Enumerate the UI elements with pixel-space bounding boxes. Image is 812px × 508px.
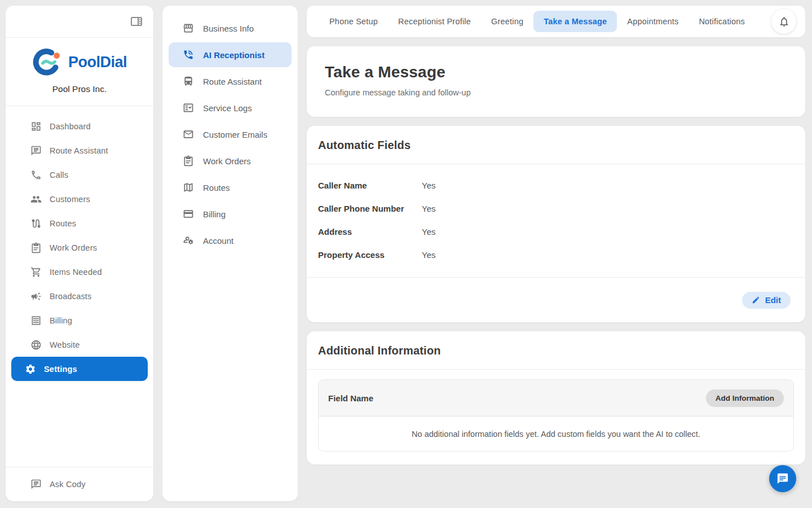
- sidebar-item-settings[interactable]: Settings: [11, 357, 148, 381]
- settings-item-label: Service Logs: [203, 103, 252, 113]
- sidebar-item-customers[interactable]: Customers: [11, 187, 148, 211]
- route-icon: [30, 218, 42, 229]
- column-header-field-name: Field Name: [328, 393, 373, 403]
- storefront-icon: [183, 23, 194, 34]
- primary-sidebar: PoolDial Pool Pros Inc. Dashboard Route …: [6, 6, 153, 501]
- field-value: Yes: [422, 204, 435, 213]
- sidebar-item-label: Website: [50, 340, 80, 349]
- field-label: Caller Phone Number: [318, 204, 422, 213]
- clipboard-icon: [183, 155, 194, 167]
- receipt-icon: [30, 315, 42, 326]
- settings-item-label: Account: [203, 236, 233, 246]
- phone-in-talk-icon: [183, 49, 194, 60]
- tab-appointments[interactable]: Appointments: [617, 11, 689, 32]
- settings-item-routes[interactable]: Routes: [169, 175, 292, 200]
- list-check-icon: [183, 102, 194, 113]
- chat-bubble-icon: [776, 472, 789, 485]
- field-row-caller-phone-number: Caller Phone Number Yes: [318, 197, 794, 220]
- settings-item-account[interactable]: Account: [169, 228, 292, 253]
- automatic-fields-title: Automatic Fields: [307, 126, 805, 164]
- additional-information-body: Field Name Add Information No additional…: [307, 370, 805, 452]
- pooldial-logo-icon: [32, 48, 65, 76]
- chat-fab-button[interactable]: [769, 465, 796, 492]
- primary-nav: Dashboard Route Assistant Calls Customer…: [6, 106, 153, 467]
- custom-fields-table: Field Name Add Information No additional…: [318, 379, 794, 452]
- megaphone-icon: [30, 291, 42, 302]
- settings-item-service-logs[interactable]: Service Logs: [169, 95, 292, 120]
- tab-phone-setup[interactable]: Phone Setup: [319, 11, 388, 32]
- mail-icon: [183, 129, 194, 140]
- settings-item-label: AI Receptionist: [203, 50, 264, 60]
- field-value: Yes: [422, 250, 435, 260]
- settings-item-label: Work Orders: [203, 156, 251, 166]
- sidebar-item-route-assistant[interactable]: Route Assistant: [11, 138, 148, 163]
- tab-notifications[interactable]: Notifications: [689, 11, 755, 32]
- notifications-button[interactable]: [771, 9, 796, 34]
- page-subtitle: Configure message taking and follow-up: [325, 88, 787, 97]
- globe-icon: [30, 339, 42, 351]
- field-label: Property Access: [318, 250, 422, 260]
- person-gear-icon: [183, 235, 194, 246]
- sidebar-item-work-orders[interactable]: Work Orders: [11, 235, 148, 260]
- add-information-button[interactable]: Add Information: [706, 389, 784, 407]
- actions-row: Edit: [307, 278, 805, 322]
- chat-icon: [30, 479, 42, 490]
- people-icon: [30, 194, 42, 205]
- sidebar-item-routes[interactable]: Routes: [11, 211, 148, 235]
- page-header: Take a Message Configure message taking …: [307, 46, 805, 117]
- sidebar-item-label: Broadcasts: [50, 292, 92, 301]
- settings-item-work-orders[interactable]: Work Orders: [169, 148, 292, 173]
- page-title: Take a Message: [325, 63, 787, 81]
- settings-item-label: Customer Emails: [203, 130, 267, 139]
- settings-item-business-info[interactable]: Business Info: [169, 16, 292, 41]
- edit-button-label: Edit: [765, 295, 781, 305]
- settings-item-label: Business Info: [203, 24, 254, 33]
- settings-item-label: Route Assistant: [203, 77, 262, 86]
- van-icon: [183, 76, 194, 87]
- sidebar-item-dashboard[interactable]: Dashboard: [11, 114, 148, 138]
- tab-receptionist-profile[interactable]: Receptionist Profile: [388, 11, 481, 32]
- sidebar-item-broadcasts[interactable]: Broadcasts: [11, 284, 148, 308]
- field-row-address: Address Yes: [318, 220, 794, 243]
- cart-icon: [30, 266, 42, 278]
- sidebar-item-label: Dashboard: [50, 122, 91, 131]
- settings-item-route-assistant[interactable]: Route Assistant: [169, 69, 292, 94]
- field-value: Yes: [422, 227, 435, 237]
- sidebar-item-label: Settings: [44, 365, 77, 374]
- sidebar-item-label: Work Orders: [50, 243, 97, 252]
- field-row-caller-name: Caller Name Yes: [318, 174, 794, 197]
- sidebar-footer: Ask Cody: [6, 467, 153, 501]
- pooldial-logo: PoolDial: [6, 48, 153, 76]
- settings-item-label: Routes: [203, 183, 230, 192]
- sidebar-item-website[interactable]: Website: [11, 332, 148, 357]
- sidebar-item-items-needed[interactable]: Items Needed: [11, 260, 148, 284]
- ask-cody-button[interactable]: Ask Cody: [11, 467, 148, 501]
- sidebar-item-label: Routes: [50, 219, 76, 228]
- automatic-fields-rows: Caller Name Yes Caller Phone Number Yes …: [307, 164, 805, 277]
- field-label: Caller Name: [318, 181, 422, 190]
- app-root: PoolDial Pool Pros Inc. Dashboard Route …: [0, 0, 812, 508]
- settings-item-ai-receptionist[interactable]: AI Receptionist: [169, 42, 292, 67]
- ask-cody-label: Ask Cody: [50, 480, 86, 489]
- sidebar-item-billing[interactable]: Billing: [11, 308, 148, 332]
- field-value: Yes: [422, 181, 435, 190]
- settings-item-customer-emails[interactable]: Customer Emails: [169, 122, 292, 147]
- sidebar-item-label: Route Assistant: [50, 146, 108, 155]
- edit-button[interactable]: Edit: [742, 292, 791, 309]
- gear-icon: [25, 364, 36, 375]
- bell-icon: [778, 16, 790, 28]
- empty-state-message: No additional information fields yet. Ad…: [319, 416, 793, 451]
- tab-greeting[interactable]: Greeting: [481, 11, 533, 32]
- sidebar-item-calls[interactable]: Calls: [11, 163, 148, 187]
- clipboard-icon: [30, 242, 42, 253]
- sidebar-collapse-button[interactable]: [127, 12, 145, 30]
- brand-name: PoolDial: [68, 54, 127, 71]
- map-icon: [183, 182, 194, 193]
- settings-item-billing[interactable]: Billing: [169, 202, 292, 226]
- settings-item-label: Billing: [203, 209, 226, 219]
- company-name: Pool Pros Inc.: [6, 84, 153, 94]
- tab-take-a-message[interactable]: Take a Message: [533, 11, 617, 32]
- sidebar-item-label: Customers: [50, 195, 90, 204]
- sidebar-item-label: Items Needed: [50, 268, 102, 277]
- settings-sidebar: Business Info AI Receptionist Route Assi…: [162, 6, 298, 501]
